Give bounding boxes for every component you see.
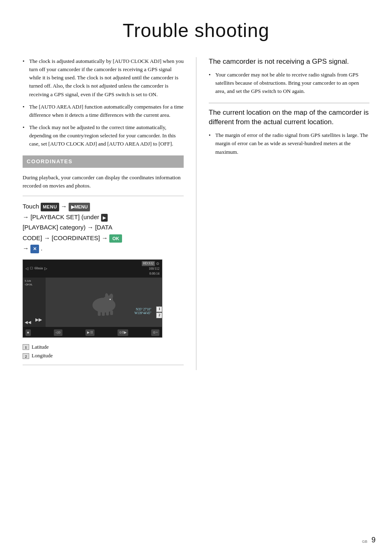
legend-num-1: 1: [23, 344, 29, 350]
hd-badge: HD:S32: [142, 261, 155, 266]
cam-60min: 60min: [35, 266, 43, 271]
current-location-bullets: The margin of error of the radio signal …: [209, 131, 369, 156]
cam-top-bar: ◁ ☐ 60min ▷ HD:S32 ⊙ 100/112 0:00:14: [23, 260, 162, 278]
bullet-2: The [AUTO AREA ADJ] function automatical…: [23, 103, 184, 119]
camera-screen: ◁ ☐ 60min ▷ HD:S32 ⊙ 100/112 0:00:14: [23, 259, 162, 338]
cam-bottom-bar: ■ ◁⊙ ▶ II ⊙II▶ ⊙=: [23, 327, 162, 338]
cam-num-1: 1: [156, 306, 162, 312]
svg-point-8: [109, 299, 111, 300]
arrow-2: →: [23, 213, 30, 220]
cam-main: 5.1ch ◁VOL ◀◀: [23, 278, 162, 327]
legend-label-2: Longitude: [32, 352, 53, 360]
svg-rect-4: [98, 311, 101, 316]
cam-battery-icon: ⊙: [156, 261, 159, 267]
cam-numbered-boxes: 1 2: [156, 306, 162, 319]
playback-icon-inline: ▶: [101, 214, 108, 222]
cam-top-left: ◁ ☐ 60min ▷: [25, 266, 47, 272]
divider-1: [23, 196, 184, 196]
period: .: [41, 245, 42, 252]
right-column: The camcorder is not receiving a GPS sig…: [196, 57, 369, 370]
playback-set-text: [PLAYBACK SET] (under: [30, 213, 101, 220]
cam-num-2: 2: [156, 313, 162, 318]
cam-vol-text: ◁VOL: [25, 283, 44, 287]
gb-label: GB: [362, 539, 367, 545]
touch-instruction: Touch MENU → ▶MENU → [PLAYBACK SET] (und…: [23, 201, 184, 254]
legend-1: 1 Latitude: [23, 343, 184, 351]
playback-cat-text: [PLAYBACK] category) → [DATA: [23, 224, 112, 231]
cam-fwd-btn: ⊙II▶: [118, 329, 128, 336]
divider-bottom-left: [23, 365, 184, 365]
svg-rect-6: [106, 311, 109, 315]
page-number: 9: [371, 535, 376, 546]
cam-top-right: HD:S32 ⊙ 100/112 0:00:14: [142, 261, 159, 277]
arrow-1: →: [61, 203, 69, 210]
cam-back-icon: ◁: [25, 266, 28, 272]
cam-menu-btn: ⊙=: [151, 329, 159, 336]
arrow-final: →: [23, 245, 30, 252]
cam-play-pause-btn: ▶ II: [85, 329, 94, 336]
ok-button-inline[interactable]: OK: [109, 234, 122, 243]
menu-button-inline[interactable]: MENU: [41, 203, 59, 211]
page: Trouble shooting The clock is adjusted a…: [0, 0, 392, 558]
cam-rev-btn: ◁⊙: [54, 329, 62, 336]
current-location-section-title: The current location on the map of the c…: [209, 108, 369, 127]
gps-signal-section-title: The camcorder is not receiving a GPS sig…: [209, 57, 369, 67]
cam-lat: N35° 27'10": [134, 308, 151, 312]
menu-button-inline-2[interactable]: ▶MENU: [69, 203, 90, 211]
cam-ch-info: 5.1ch ◁VOL: [25, 279, 44, 287]
bullet-3: The clock may not be adjusted to the cor…: [23, 123, 184, 148]
cam-time: 0:00:14: [150, 271, 159, 276]
data-code-text: CODE] → [COORDINATES] →: [23, 234, 109, 241]
gps-signal-bullets: Your camcorder may not be able to receiv…: [209, 71, 369, 95]
coordinates-section-header: COORDINATES: [23, 155, 184, 168]
cam-stop-btn: ■: [25, 329, 31, 336]
bullet-1: The clock is adjusted automatically by […: [23, 57, 184, 99]
left-column: The clock is adjusted automatically by […: [23, 57, 196, 370]
legend-num-2: 2: [23, 353, 29, 359]
page-title: Trouble shooting: [23, 16, 369, 45]
legend-label-1: Latitude: [32, 343, 49, 351]
cam-coords-overlay: N35° 27'10" W139°44'45": [134, 308, 151, 316]
cam-ch-text: 5.1ch: [25, 279, 44, 283]
auto-clock-bullet-list: The clock is adjusted automatically by […: [23, 57, 184, 148]
x-button-inline[interactable]: ✕: [30, 245, 39, 253]
cam-tape-icon: ☐: [30, 266, 33, 271]
right-divider-1: [209, 103, 369, 103]
cam-play-icon: ▷: [44, 266, 47, 272]
gps-bullet-1: Your camcorder may not be able to receiv…: [209, 71, 369, 95]
cam-counter: 100/112: [149, 266, 159, 271]
dog-silhouette-svg: [85, 288, 122, 317]
location-bullet-1: The margin of error of the radio signal …: [209, 131, 369, 156]
cam-lon: W139°44'45": [134, 311, 151, 315]
cam-left-info: 5.1ch ◁VOL ◀◀: [23, 278, 46, 327]
svg-rect-7: [110, 310, 113, 315]
two-column-layout: The clock is adjusted automatically by […: [23, 57, 369, 370]
legend-2: 2 Longitude: [23, 352, 184, 360]
svg-rect-5: [102, 311, 105, 316]
coordinates-intro: During playback, your camcorder can disp…: [23, 174, 184, 190]
cam-skip-fwd: ▶▶: [35, 316, 42, 323]
touch-label: Touch: [23, 203, 41, 210]
cam-video-area: N35° 27'10" W139°44'45" 1 2: [46, 278, 162, 327]
